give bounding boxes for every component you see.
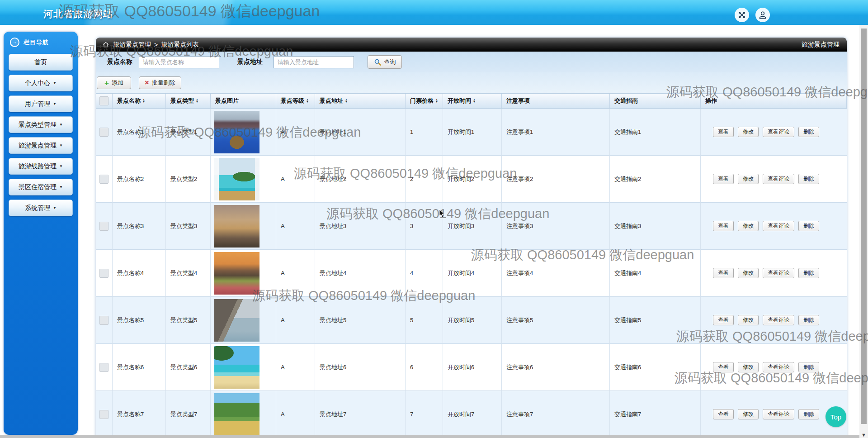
view-button[interactable]: 查看 <box>713 127 734 137</box>
sidebar-item-8[interactable]: 系统管理▼ <box>9 200 73 216</box>
sidebar-item-label: 旅游线路管理 <box>19 162 57 171</box>
cell-notes: 注意事项3 <box>502 203 610 250</box>
name-search-input[interactable] <box>139 56 219 68</box>
column-label: 开放时间 <box>448 97 471 105</box>
name-value: 景点名称4 <box>117 269 144 277</box>
sidebar-item-4[interactable]: 景点类型管理▼ <box>9 116 73 133</box>
home-icon[interactable] <box>102 41 109 48</box>
view-button[interactable]: 查看 <box>713 362 734 372</box>
name-value: 景点名称1 <box>117 128 144 136</box>
sort-icon[interactable]: ▲▼ <box>142 99 145 103</box>
header-cell-2[interactable]: 景点类型▲▼ <box>166 94 211 108</box>
row-checkbox[interactable] <box>99 175 108 184</box>
edit-button[interactable]: 修改 <box>738 174 759 184</box>
sort-icon[interactable]: ▲▼ <box>306 99 309 103</box>
delete-button[interactable]: 删除 <box>798 174 819 184</box>
delete-button[interactable]: 删除 <box>798 268 819 278</box>
edit-button[interactable]: 修改 <box>738 127 759 137</box>
header-cell-1[interactable]: 景点名称▲▼ <box>113 94 166 108</box>
vertical-scrollbar[interactable]: ▼ <box>859 25 868 438</box>
delete-button[interactable]: 删除 <box>798 127 819 137</box>
sidebar-item-6[interactable]: 旅游线路管理▼ <box>9 158 73 175</box>
view-comments-button[interactable]: 查看评论 <box>763 409 794 419</box>
cell-type: 景点类型6 <box>166 344 211 391</box>
sidebar-item-label: 个人中心 <box>25 79 50 87</box>
cell-price: 7 <box>406 391 443 438</box>
breadcrumb-separator: > <box>154 41 158 48</box>
scroll-down-arrow-icon[interactable]: ▼ <box>861 432 866 438</box>
row-checkbox[interactable] <box>99 410 108 419</box>
chevron-down-icon: ▼ <box>59 123 63 127</box>
breadcrumb-item-1[interactable]: 旅游景点管理 <box>113 41 151 49</box>
cell-actions: 查看修改查看评论删除 <box>701 297 847 344</box>
breadcrumb-item-2[interactable]: 旅游景点列表 <box>161 41 199 49</box>
address-search-input[interactable] <box>274 56 354 68</box>
header-cell-7[interactable]: 开放时间▲▼ <box>443 94 502 108</box>
view-button[interactable]: 查看 <box>713 221 734 231</box>
sort-icon[interactable]: ▲▼ <box>473 99 476 103</box>
row-checkbox[interactable] <box>99 269 108 278</box>
sidebar-item-5[interactable]: 旅游景点管理▼ <box>9 137 73 154</box>
type-value: 景点类型5 <box>170 316 197 324</box>
row-checkbox-cell <box>96 203 113 250</box>
delete-button[interactable]: 删除 <box>798 315 819 325</box>
row-checkbox[interactable] <box>99 316 108 325</box>
fullscreen-button[interactable] <box>735 8 749 22</box>
delete-button[interactable]: 删除 <box>798 221 819 231</box>
back-to-top-button[interactable]: Top <box>826 406 846 427</box>
view-button[interactable]: 查看 <box>713 268 734 278</box>
sidebar-item-7[interactable]: 景区住宿管理▼ <box>9 179 73 195</box>
chevron-down-icon: ▼ <box>53 81 57 85</box>
edit-button[interactable]: 修改 <box>738 362 759 372</box>
view-button[interactable]: 查看 <box>713 315 734 325</box>
row-checkbox[interactable] <box>99 222 108 231</box>
header-cell-6[interactable]: 门票价格▲▼ <box>406 94 443 108</box>
column-label: 景点名称 <box>117 97 141 105</box>
view-button[interactable]: 查看 <box>713 174 734 184</box>
price-value: 6 <box>410 364 413 371</box>
view-comments-button[interactable]: 查看评论 <box>763 174 794 184</box>
cell-price: 4 <box>406 250 443 297</box>
name-value: 景点名称5 <box>117 316 144 324</box>
view-comments-button[interactable]: 查看评论 <box>763 362 794 372</box>
scrollbar-thumb[interactable] <box>861 29 867 424</box>
add-button[interactable]: + 添加 <box>97 76 131 89</box>
panel-title: 旅游景点管理 <box>802 41 840 49</box>
view-comments-button[interactable]: 查看评论 <box>763 127 794 137</box>
sidebar-item-2[interactable]: 个人中心▼ <box>9 75 73 91</box>
edit-button[interactable]: 修改 <box>738 315 759 325</box>
edit-button[interactable]: 修改 <box>738 221 759 231</box>
view-button[interactable]: 查看 <box>713 409 734 419</box>
header-cell-4[interactable]: 景点等级▲▼ <box>276 94 315 108</box>
sort-icon[interactable]: ▲▼ <box>435 99 438 103</box>
sort-icon[interactable]: ▲▼ <box>345 99 348 103</box>
header-cell-5[interactable]: 景点地址▲▼ <box>315 94 406 108</box>
edit-button[interactable]: 修改 <box>738 409 759 419</box>
row-checkbox[interactable] <box>99 363 108 372</box>
sort-icon[interactable]: ▲▼ <box>196 99 198 103</box>
row-checkbox-cell <box>96 250 113 297</box>
edit-button[interactable]: 修改 <box>738 268 759 278</box>
query-button[interactable]: 查询 <box>368 55 402 69</box>
select-all-checkbox[interactable] <box>99 96 108 105</box>
delete-button[interactable]: 删除 <box>798 362 819 372</box>
open_time-value: 开放时间4 <box>448 269 474 277</box>
nav-toggle-icon[interactable]: → <box>10 38 19 47</box>
view-comments-button[interactable]: 查看评论 <box>763 268 794 278</box>
delete-button[interactable]: 删除 <box>798 409 819 419</box>
grade-value: A <box>281 176 285 182</box>
sidebar-item-3[interactable]: 用户管理▼ <box>9 95 73 112</box>
view-comments-button[interactable]: 查看评论 <box>763 315 794 325</box>
column-label: 操作 <box>705 97 717 105</box>
row-checkbox-cell <box>96 391 113 438</box>
sidebar-item-1[interactable]: 首页 <box>9 54 73 71</box>
batch-delete-button[interactable]: × 批量删除 <box>139 76 181 89</box>
user-button[interactable] <box>755 8 770 22</box>
cell-grade: A <box>276 250 315 297</box>
cell-price: 6 <box>406 344 443 391</box>
cell-image <box>211 391 276 438</box>
plus-icon: + <box>104 79 109 87</box>
price-value: 4 <box>410 270 413 276</box>
view-comments-button[interactable]: 查看评论 <box>763 221 794 231</box>
row-checkbox[interactable] <box>99 128 108 137</box>
